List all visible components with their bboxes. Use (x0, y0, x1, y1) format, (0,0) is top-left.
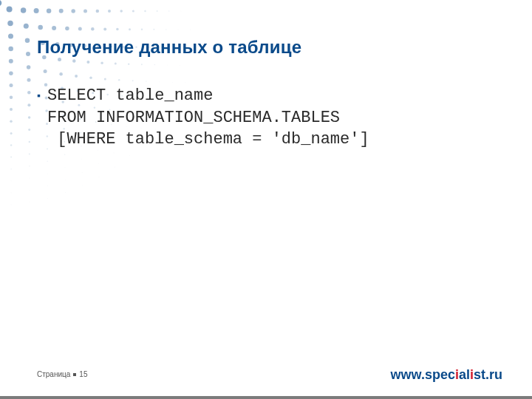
page-number-footer: Страница15 (37, 370, 87, 378)
separator-icon (73, 373, 76, 376)
code-line-3: [WHERE table_schema = 'db_name'] (47, 130, 369, 149)
site-part: al (459, 367, 470, 382)
bullet-icon: ▪ (37, 85, 47, 151)
slide-content: ▪ SELECT table_name FROM INFORMATION_SCH… (37, 85, 502, 151)
code-line-2: FROM INFORMATION_SCHEMA.TABLES (47, 109, 340, 127)
page-label: Страница (37, 370, 70, 378)
site-part: st.ru (474, 367, 502, 382)
bottom-border-bar (0, 396, 532, 399)
code-line-1: SELECT table_name (47, 86, 213, 105)
page-number: 15 (79, 370, 87, 378)
slide: Получение данных о таблице ▪ SELECT tabl… (0, 0, 532, 399)
code-block: SELECT table_name FROM INFORMATION_SCHEM… (47, 85, 369, 151)
bullet-item: ▪ SELECT table_name FROM INFORMATION_SCH… (37, 85, 502, 151)
site-part: www.spec (391, 367, 455, 382)
site-watermark: www.specialist.ru (391, 367, 502, 383)
slide-title: Получение данных о таблице (37, 37, 301, 58)
